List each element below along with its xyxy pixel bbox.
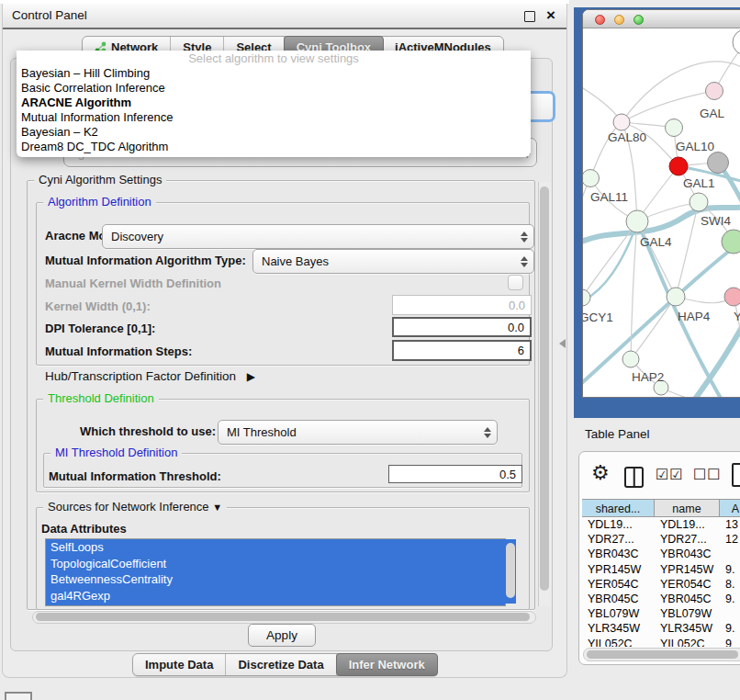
node	[724, 288, 740, 306]
hub-factor-expander-label: Hub/Transcription Factor Definition	[45, 369, 236, 383]
node-label: SWI4	[701, 214, 731, 228]
dropdown-item[interactable]: ARACNE Algorithm	[17, 96, 531, 110]
mi-steps-field[interactable]: 6	[392, 340, 532, 361]
table-row[interactable]: YLR345WYLR345W9.	[582, 621, 740, 636]
table-row[interactable]: YBR043CYBR043C	[582, 547, 740, 561]
aracne-mode-combo[interactable]: Discovery	[102, 224, 534, 249]
attributes-list-scrollbar-thumb[interactable]	[506, 543, 515, 598]
dropdown-item[interactable]: Bayesian – Hill Climbing	[17, 66, 531, 81]
which-threshold-combo[interactable]: MI Threshold	[218, 420, 498, 445]
node	[708, 152, 729, 174]
aracne-mode-value: Discovery	[111, 230, 163, 243]
list-item[interactable]: gal4RGexp	[46, 588, 505, 604]
checked-boxes-icon[interactable]: ☑☑	[656, 466, 684, 483]
data-attributes-list[interactable]: SelfLoops TopologicalCoefficient Between…	[45, 538, 506, 606]
node	[583, 289, 590, 306]
table-horizontal-scrollbar[interactable]	[583, 648, 740, 661]
document-icon[interactable]	[732, 463, 740, 487]
network-window[interactable]: GAL GAL80 GAL10 GAL1 GAL11 SWI4 GAL4 GCY…	[582, 9, 740, 398]
mi-steps-label: Mutual Information Steps:	[45, 344, 192, 358]
table-row[interactable]: YPR145WYPR145W9.	[582, 562, 740, 577]
list-item[interactable]: BetweennessCentrality	[46, 571, 505, 588]
apply-button-label: Apply	[266, 628, 297, 642]
unchecked-boxes-icon[interactable]: ☐☐	[693, 466, 722, 483]
traffic-light-zoom-icon[interactable]	[633, 15, 644, 25]
algorithm-dropdown-placeholder: Select algorithm to view settings	[17, 51, 531, 66]
mi-steps-value: 6	[518, 344, 524, 357]
settings-group-title: Cyni Algorithm Settings	[34, 173, 166, 186]
table-panel-title: Table Panel	[585, 427, 650, 441]
mi-type-value: Naive Bayes	[262, 254, 329, 268]
close-icon[interactable]: ×	[546, 6, 555, 25]
node	[669, 157, 688, 175]
dropdown-item[interactable]: Basic Correlation Inference	[17, 81, 531, 96]
settings-vertical-scrollbar-thumb[interactable]	[540, 186, 549, 591]
node	[613, 114, 630, 130]
settings-horizontal-scrollbar-thumb[interactable]	[36, 613, 530, 621]
table-row[interactable]: YDR27...YDR27...12	[582, 532, 740, 547]
mi-type-combo[interactable]: Naive Bayes	[252, 249, 534, 274]
combo-spinner-icon	[483, 427, 490, 438]
traffic-light-minimize-icon[interactable]	[614, 15, 624, 25]
dropdown-item[interactable]: Bayesian – K2	[17, 125, 531, 140]
node	[626, 210, 648, 232]
apply-button[interactable]: Apply	[248, 624, 316, 647]
chevron-down-icon: ▼	[212, 502, 222, 513]
node-label: GAL	[700, 107, 725, 120]
node-label: GAL1	[683, 176, 715, 190]
network-canvas[interactable]: GAL GAL80 GAL10 GAL1 GAL11 SWI4 GAL4 GCY…	[583, 28, 740, 397]
dropdown-item[interactable]: Mutual Information Inference	[17, 110, 531, 125]
split-columns-icon[interactable]	[624, 467, 644, 488]
table-row[interactable]: YDL19...YDL19...13	[582, 517, 740, 532]
mi-threshold-value: 0.5	[499, 468, 516, 481]
dpi-tolerance-field[interactable]: 0.0	[392, 317, 532, 337]
kernel-width-field[interactable]: 0.0	[392, 295, 532, 315]
application-window: Control Panel × Network Style Select Cyn…	[0, 0, 740, 700]
panel-splitter-arrow-icon[interactable]	[559, 339, 566, 348]
column-header[interactable]: A	[720, 499, 740, 517]
column-header[interactable]: shared...	[582, 499, 655, 517]
tab-impute-data[interactable]: Impute Data	[133, 654, 226, 675]
list-item[interactable]: SelfLoops	[46, 539, 505, 556]
which-threshold-label: Which threshold to use:	[80, 424, 216, 438]
settings-vertical-scrollbar[interactable]	[538, 182, 551, 606]
network-window-titlebar[interactable]	[583, 10, 740, 28]
settings-horizontal-scrollbar[interactable]	[32, 611, 536, 624]
dropdown-item[interactable]: Dream8 DC_TDC Algorithm	[17, 140, 531, 154]
float-panel-icon[interactable]	[524, 11, 535, 22]
sources-group-title[interactable]: Sources for Network Inference ▼	[43, 500, 227, 514]
which-threshold-value: MI Threshold	[227, 425, 297, 439]
minimized-panel-chip[interactable]	[5, 692, 32, 700]
column-header[interactable]: name	[655, 499, 720, 517]
manual-kernel-label: Manual Kernel Width Definition	[45, 277, 221, 290]
threshold-definition-title: Threshold Definition	[43, 391, 159, 405]
combo-spinner-icon	[520, 256, 527, 267]
hub-factor-expander[interactable]: Hub/Transcription Factor Definition ▶	[45, 369, 255, 383]
mi-threshold-field[interactable]: 0.5	[388, 465, 522, 483]
tab-infer-network[interactable]: Infer Network	[336, 653, 438, 676]
sources-group-title-label: Sources for Network Inference	[48, 500, 209, 514]
list-item[interactable]: TopologicalCoefficient	[46, 556, 505, 572]
mi-threshold-group-title: MI Threshold Definition	[50, 446, 182, 459]
node	[722, 230, 740, 254]
table-row[interactable]: YBL079WYBL079W	[582, 606, 740, 621]
tab-infer-network-label: Infer Network	[349, 658, 425, 672]
algorithm-dropdown: Select algorithm to view settings Bayesi…	[17, 51, 531, 157]
node	[622, 351, 639, 367]
table-row[interactable]: YIL052CYIL052C9	[582, 637, 740, 647]
traffic-light-close-icon[interactable]	[595, 15, 605, 25]
node-label: GAL80	[608, 130, 646, 144]
manual-kernel-checkbox[interactable]	[508, 275, 523, 290]
node-label: GAL4	[640, 235, 672, 249]
gear-icon[interactable]: ⚙	[591, 463, 610, 483]
tab-discretize-data[interactable]: Discretize Data	[226, 654, 336, 675]
table-row[interactable]: YBR045CYBR045C9.	[582, 592, 740, 606]
attributes-list-scrollbar[interactable]	[505, 539, 516, 604]
table-header: shared... name A	[582, 499, 740, 517]
mi-threshold-label: Mutual Information Threshold:	[49, 469, 221, 483]
table-body: YDL19...YDL19...13 YDR27...YDR27...12 YB…	[582, 517, 740, 647]
node-label: GAL11	[590, 190, 628, 204]
node	[733, 29, 740, 55]
table-row[interactable]: YER054CYER054C8.	[582, 577, 740, 592]
table-horizontal-scrollbar-thumb[interactable]	[587, 650, 738, 659]
